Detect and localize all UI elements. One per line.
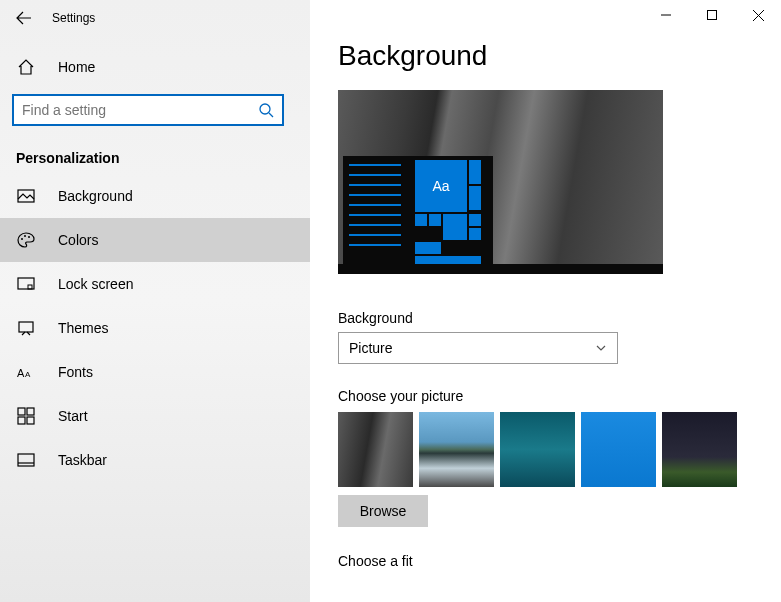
nav-item-lockscreen[interactable]: Lock screen [0, 262, 310, 306]
svg-rect-11 [18, 408, 25, 415]
svg-point-0 [260, 104, 270, 114]
search-box[interactable] [12, 94, 284, 126]
titlebar: Settings [0, 0, 310, 36]
svg-rect-8 [19, 322, 33, 332]
nav-item-start[interactable]: Start [0, 394, 310, 438]
background-dropdown[interactable]: Picture [338, 332, 618, 364]
picture-thumbnails [338, 412, 753, 487]
minimize-button[interactable] [643, 0, 689, 30]
choose-fit-label: Choose a fit [338, 553, 753, 569]
start-icon [16, 406, 36, 426]
palette-icon [16, 230, 36, 250]
home-label: Home [58, 59, 95, 75]
nav-label: Fonts [58, 364, 93, 380]
nav-label: Lock screen [58, 276, 133, 292]
close-icon [753, 10, 764, 21]
nav-item-taskbar[interactable]: Taskbar [0, 438, 310, 482]
svg-text:A: A [25, 370, 31, 379]
maximize-button[interactable] [689, 0, 735, 30]
svg-text:A: A [17, 367, 25, 379]
svg-rect-7 [28, 285, 32, 289]
svg-line-1 [269, 113, 273, 117]
app-title: Settings [52, 11, 95, 25]
nav-label: Colors [58, 232, 98, 248]
choose-picture-label: Choose your picture [338, 388, 753, 404]
window-controls [643, 0, 781, 30]
svg-rect-13 [18, 417, 25, 424]
picture-thumb-5[interactable] [662, 412, 737, 487]
fonts-icon: AA [16, 362, 36, 382]
search-input[interactable] [22, 102, 258, 118]
nav-label: Start [58, 408, 88, 424]
content-area: Background Aa [310, 0, 781, 602]
nav-item-themes[interactable]: Themes [0, 306, 310, 350]
svg-rect-14 [27, 417, 34, 424]
dropdown-value: Picture [349, 340, 393, 356]
nav-item-colors[interactable]: Colors [0, 218, 310, 262]
picture-thumb-2[interactable] [419, 412, 494, 487]
page-title: Background [338, 40, 753, 72]
close-button[interactable] [735, 0, 781, 30]
svg-rect-18 [708, 11, 717, 20]
nav-label: Themes [58, 320, 109, 336]
picture-thumb-3[interactable] [500, 412, 575, 487]
svg-rect-15 [18, 454, 34, 466]
maximize-icon [707, 10, 717, 20]
search-container [0, 86, 310, 134]
nav-label: Background [58, 188, 133, 204]
back-arrow-icon [16, 10, 32, 26]
search-icon [258, 102, 274, 118]
sidebar: Settings Home Personalization Background… [0, 0, 310, 602]
desktop-preview: Aa [338, 90, 663, 274]
background-label: Background [338, 310, 753, 326]
nav-label: Taskbar [58, 452, 107, 468]
svg-point-4 [24, 235, 26, 237]
picture-thumb-4[interactable] [581, 412, 656, 487]
back-button[interactable] [8, 2, 40, 34]
svg-point-5 [28, 236, 30, 238]
taskbar-icon [16, 450, 36, 470]
nav-item-background[interactable]: Background [0, 174, 310, 218]
svg-rect-12 [27, 408, 34, 415]
picture-icon [16, 186, 36, 206]
svg-point-3 [21, 238, 23, 240]
main-panel: Background Aa [310, 0, 781, 569]
browse-button[interactable]: Browse [338, 495, 428, 527]
themes-icon [16, 318, 36, 338]
chevron-down-icon [595, 342, 607, 354]
preview-start-menu: Aa [343, 156, 493, 264]
nav-item-fonts[interactable]: AA Fonts [0, 350, 310, 394]
lockscreen-icon [16, 274, 36, 294]
section-header: Personalization [0, 134, 310, 174]
picture-thumb-1[interactable] [338, 412, 413, 487]
home-icon [16, 58, 36, 76]
minimize-icon [661, 10, 671, 20]
home-nav[interactable]: Home [0, 48, 310, 86]
preview-taskbar [338, 264, 663, 274]
preview-tile-text: Aa [415, 160, 467, 212]
